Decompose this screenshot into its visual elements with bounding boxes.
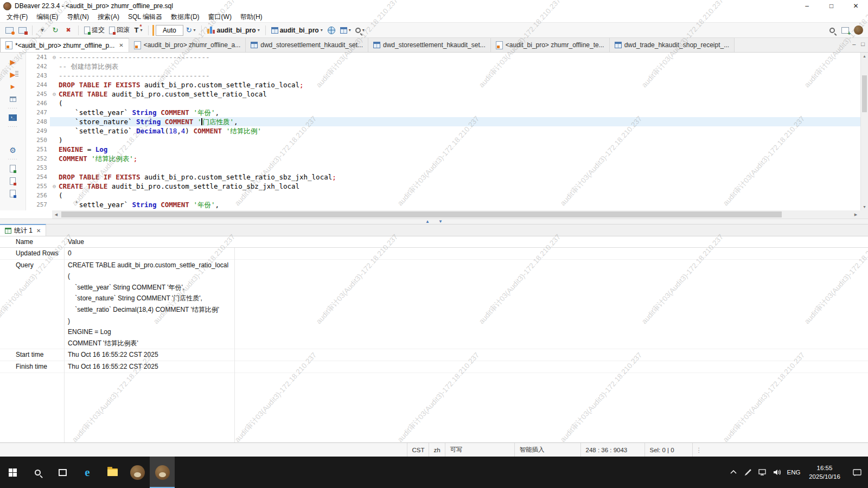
fold-collapse-icon[interactable]: ⊖ bbox=[50, 89, 59, 99]
rollback-button[interactable]: 回滚 bbox=[107, 24, 131, 36]
code-line[interactable]: 241⊖------------------------------------… bbox=[26, 53, 860, 62]
editor-tab[interactable]: dwd_trade_hkaudit_shop_receipt_... bbox=[610, 38, 735, 52]
transaction-log-button[interactable]: T ▾ bbox=[132, 24, 144, 36]
task-view-button[interactable] bbox=[50, 457, 75, 488]
close-tab-icon[interactable]: ✕ bbox=[36, 228, 41, 234]
save-all-icon[interactable]: ▼ bbox=[36, 24, 48, 36]
fold-collapse-icon[interactable]: ⊖ bbox=[50, 182, 59, 191]
minimize-window-icon[interactable]: – bbox=[795, 0, 819, 12]
hidden-icons-chevron[interactable] bbox=[726, 457, 741, 488]
editor-tab[interactable]: dwd_storesettlement_hkaudit_set... bbox=[368, 38, 491, 52]
minimize-editor-icon[interactable]: – bbox=[852, 41, 856, 47]
scroll-left-icon[interactable]: ◀ bbox=[52, 210, 60, 219]
status-language[interactable]: zh bbox=[429, 443, 445, 457]
execute-statement-icon[interactable]: ▶ bbox=[8, 57, 18, 67]
export-data-icon[interactable] bbox=[8, 164, 18, 174]
maximize-editor-icon[interactable]: □ bbox=[861, 41, 865, 47]
er-diagram-button[interactable]: ▾ bbox=[339, 24, 353, 36]
file-explorer-button[interactable] bbox=[100, 457, 125, 488]
menu-item[interactable]: 搜索(A) bbox=[93, 12, 124, 22]
refresh-connection-icon[interactable]: ↻ bbox=[49, 24, 61, 36]
collapse-up-icon[interactable]: ▲ bbox=[425, 220, 430, 224]
network-icon[interactable] bbox=[755, 457, 770, 488]
code-line[interactable]: 253 bbox=[26, 163, 860, 172]
validate-script-icon[interactable] bbox=[8, 176, 18, 186]
code-line[interactable]: 254DROP TABLE IF EXISTS audit_bi_pro.cus… bbox=[26, 172, 860, 182]
dbeaver-taskbar-button-active[interactable] bbox=[150, 457, 175, 488]
menu-item[interactable]: 数据库(D) bbox=[167, 12, 204, 22]
column-divider[interactable] bbox=[234, 236, 235, 442]
settings-gear-icon[interactable]: ⚙ bbox=[8, 145, 18, 155]
dbeaver-taskbar-button[interactable] bbox=[125, 457, 150, 488]
pen-input-icon[interactable] bbox=[741, 457, 755, 488]
network-profile-button[interactable] bbox=[326, 24, 337, 36]
code-line[interactable]: 256( bbox=[26, 191, 860, 200]
column-header-name[interactable]: Name bbox=[0, 236, 64, 247]
stats-row[interactable]: Updated Rows0 bbox=[0, 248, 868, 260]
code-line[interactable]: 255⊖CREATE TABLE audit_bi_pro.custom_set… bbox=[26, 182, 860, 191]
menu-item[interactable]: 编辑(E) bbox=[32, 12, 62, 22]
code-line[interactable]: 244DROP TABLE IF EXISTS audit_bi_pro.cus… bbox=[26, 80, 860, 89]
horizontal-scroll-thumb[interactable] bbox=[61, 211, 782, 217]
menu-item[interactable]: 文件(F) bbox=[2, 12, 32, 22]
status-timezone[interactable]: CST bbox=[407, 443, 429, 457]
maximize-window-icon[interactable]: □ bbox=[819, 0, 844, 12]
statusbar-overflow-icon[interactable]: ⋮ bbox=[692, 443, 706, 457]
cancel-execution-icon[interactable]: ✖ bbox=[62, 24, 74, 36]
close-tab-icon[interactable]: ✕ bbox=[119, 42, 123, 48]
panel-splitter[interactable]: ▲ ▼ bbox=[0, 219, 868, 224]
fold-collapse-icon[interactable]: ⊖ bbox=[50, 53, 59, 62]
menu-item[interactable]: 导航(N) bbox=[62, 12, 93, 22]
code-line[interactable]: 249 `settle_ratio` Decimal(18,4) COMMENT… bbox=[26, 126, 860, 136]
volume-icon[interactable] bbox=[770, 457, 784, 488]
editor-tab[interactable]: dwd_storesettlement_hkaudit_set... bbox=[246, 38, 368, 52]
code-line[interactable]: 250) bbox=[26, 136, 860, 145]
scroll-right-icon[interactable]: ▶ bbox=[852, 210, 860, 219]
status-cursor-position[interactable]: 248 : 36 : 9043 bbox=[580, 443, 644, 457]
status-selection[interactable]: Sel: 0 | 0 bbox=[644, 443, 692, 457]
sql-console-icon[interactable]: ›_ bbox=[8, 113, 18, 123]
commit-button[interactable]: 提交 bbox=[82, 24, 106, 36]
code-line[interactable]: 251ENGINE = Log bbox=[26, 145, 860, 154]
transaction-mode-select[interactable]: Auto bbox=[156, 25, 183, 36]
sql-editor-icon[interactable] bbox=[3, 24, 15, 36]
internet-explorer-button[interactable]: e bbox=[75, 457, 100, 488]
vertical-scroll-thumb[interactable] bbox=[862, 75, 867, 112]
stats-row[interactable]: Finish timeThu Oct 16 16:55:22 CST 2025 bbox=[0, 361, 868, 373]
menu-item[interactable]: 窗口(W) bbox=[204, 12, 236, 22]
scroll-up-icon[interactable]: ▲ bbox=[861, 53, 868, 60]
quick-search-button[interactable] bbox=[826, 24, 838, 36]
code-line[interactable]: 246( bbox=[26, 99, 860, 108]
code-line[interactable]: 243------------------------------------- bbox=[26, 71, 860, 80]
execute-new-tab-icon[interactable]: ▶ bbox=[8, 82, 18, 92]
explain-plan-icon[interactable] bbox=[8, 94, 18, 104]
close-window-icon[interactable]: ✕ bbox=[844, 0, 868, 12]
schema-selector[interactable]: audit_bi_pro ▾ bbox=[270, 24, 324, 36]
horizontal-scrollbar[interactable] bbox=[60, 210, 852, 219]
taskbar-search-button[interactable] bbox=[25, 457, 50, 488]
code-area[interactable]: 241⊖------------------------------------… bbox=[26, 53, 860, 210]
execute-script-icon[interactable]: ▶ bbox=[8, 69, 18, 79]
new-sql-editor-icon[interactable] bbox=[16, 24, 28, 36]
code-line[interactable]: 247 `settle_year` String COMMENT '年份', bbox=[26, 108, 860, 117]
start-button[interactable] bbox=[0, 457, 25, 488]
editor-tab[interactable]: <audit_bi_pro> zhumr_offline_a... bbox=[129, 38, 246, 52]
collapse-down-icon[interactable]: ▼ bbox=[438, 220, 443, 224]
open-perspective-button[interactable] bbox=[839, 24, 851, 36]
refresh-settings-button[interactable]: ↻ ▾ bbox=[184, 24, 197, 36]
code-line[interactable]: 245⊖CREATE TABLE audit_bi_pro.custom_set… bbox=[26, 89, 860, 99]
scroll-down-icon[interactable]: ▼ bbox=[861, 203, 868, 210]
save-file-icon[interactable] bbox=[8, 189, 18, 198]
editor-tab[interactable]: <audit_bi_pro> zhumr_offline_te... bbox=[491, 38, 610, 52]
status-insert-mode[interactable]: 智能插入 bbox=[514, 443, 580, 457]
code-line[interactable]: 257 `settle_year` String COMMENT '年份', bbox=[26, 200, 860, 209]
vertical-scrollbar[interactable]: ▲ ▼ bbox=[860, 53, 868, 210]
taskbar-clock[interactable]: 16:55 2025/10/16 bbox=[803, 464, 846, 481]
input-language[interactable]: ENG bbox=[784, 457, 803, 488]
stats-row[interactable]: Start timeThu Oct 16 16:55:22 CST 2025 bbox=[0, 349, 868, 361]
menu-item[interactable]: 帮助(H) bbox=[236, 12, 267, 22]
editor-tab[interactable]: *<audit_bi_pro> zhumr_offline_p...✕ bbox=[0, 38, 129, 52]
database-selector[interactable]: audit_bi_pro ▾ bbox=[206, 24, 261, 36]
code-line[interactable]: 252COMMENT '结算比例表'; bbox=[26, 154, 860, 163]
status-writable[interactable]: 可写 bbox=[445, 443, 514, 457]
